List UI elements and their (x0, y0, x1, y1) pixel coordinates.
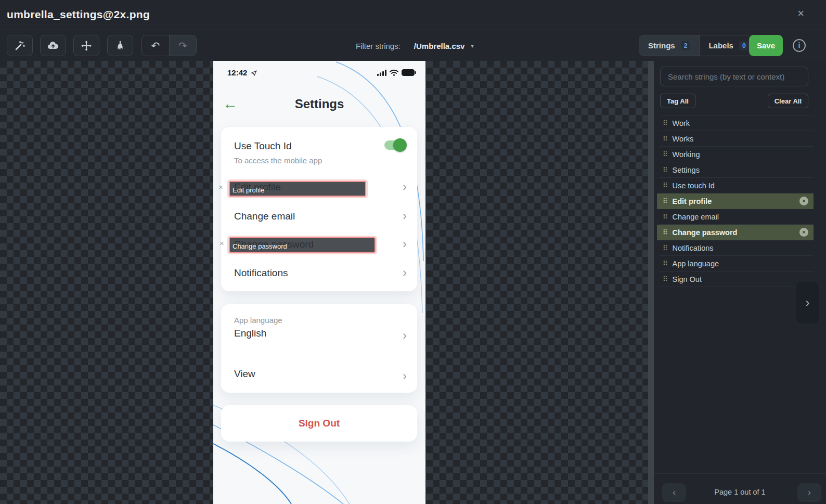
touch-id-title: Use Touch Id (234, 140, 292, 152)
upload-button[interactable] (40, 35, 66, 56)
magic-wand-button[interactable] (7, 35, 33, 56)
chevron-right-icon: › (403, 266, 407, 279)
string-label: Edit profile (673, 197, 712, 205)
move-icon (81, 40, 92, 51)
redo-icon: ↷ (178, 40, 187, 52)
drag-handle-icon[interactable]: ⠿ (663, 260, 668, 267)
string-row-notifications[interactable]: ⠿ Notifications (659, 240, 814, 256)
string-row-work[interactable]: ⠿ Work (659, 115, 814, 131)
collapse-sidebar-button[interactable]: › (796, 282, 819, 324)
filter-file-dropdown[interactable]: /Umbrella.csv ▾ (414, 42, 474, 50)
status-icons (377, 69, 416, 78)
move-button[interactable] (73, 35, 99, 56)
drag-handle-icon[interactable]: ⠿ (663, 119, 668, 127)
tab-strings[interactable]: Strings 2 (639, 35, 699, 56)
string-label: Sign Out (673, 275, 702, 283)
location-arrow-icon (251, 69, 257, 79)
strings-sidebar: Tag All Clear All ⠿ Work ⠿ Works ⠿ Worki… (654, 61, 826, 504)
app-language-label: App language (234, 316, 282, 325)
save-button[interactable]: Save (749, 35, 783, 56)
string-row-app-language[interactable]: ⠿ App language (659, 256, 814, 272)
string-label: Works (673, 135, 694, 143)
redo-button[interactable]: ↷ (169, 35, 196, 56)
tab-labels-label: Labels (708, 41, 733, 50)
phone-screen-title: Settings (213, 97, 425, 111)
chevron-right-icon: › (403, 180, 407, 193)
tag-box-edit-profile[interactable]: Edit profile (229, 181, 366, 197)
drag-handle-icon[interactable]: ⠿ (663, 197, 668, 205)
sign-out-card: Sign Out (221, 405, 417, 442)
caret-down-icon: ▾ (471, 43, 473, 49)
tag-box-change-password[interactable]: Change password (229, 237, 376, 253)
filter-area: Filter strings: /Umbrella.csv ▾ (356, 30, 473, 61)
search-input[interactable] (660, 67, 808, 86)
drag-handle-icon[interactable]: ⠿ (663, 213, 668, 221)
undo-button[interactable]: ↶ (142, 35, 169, 56)
drag-handle-icon[interactable]: ⠿ (663, 150, 668, 158)
clear-all-button[interactable]: Clear All (768, 94, 808, 108)
strings-list: ⠿ Work ⠿ Works ⠿ Working ⠿ Settings ⠿ Us… (659, 115, 814, 287)
string-row-edit-profile[interactable]: ⠿ Edit profile × (657, 193, 814, 209)
row-view: View (234, 368, 255, 380)
close-icon[interactable]: × (797, 8, 804, 19)
string-row-change-email[interactable]: ⠿ Change email (659, 209, 814, 225)
filter-label: Filter strings: (356, 42, 401, 50)
drag-handle-icon[interactable]: ⠿ (663, 166, 668, 174)
string-label: Work (673, 119, 690, 127)
remove-tag-x-icon[interactable]: × (218, 183, 223, 191)
tag-all-button[interactable]: Tag All (660, 94, 695, 108)
row-change-email: Change email (234, 211, 295, 222)
string-label: Notifications (673, 244, 714, 252)
toggle-knob (393, 138, 407, 152)
string-label: App language (673, 260, 719, 268)
canvas-scrollbar[interactable] (648, 61, 654, 504)
drag-handle-icon[interactable]: ⠿ (663, 275, 668, 283)
string-row-change-password[interactable]: ⠿ Change password × (657, 225, 814, 240)
untag-icon[interactable]: × (799, 228, 808, 237)
wifi-icon (390, 69, 398, 78)
security-card: Use Touch Id To access the mobile app Ed… (221, 127, 417, 291)
tag-label: Edit profile (233, 186, 264, 194)
magic-wand-icon (14, 40, 25, 51)
pagination-bar: ‹ Page 1 out of 1 › (654, 473, 826, 504)
strings-labels-tabs: Strings 2 Labels 0 (639, 35, 758, 56)
undo-icon: ↶ (151, 40, 160, 52)
chevron-right-icon: › (403, 370, 407, 382)
drag-handle-icon[interactable]: ⠿ (663, 182, 668, 189)
filter-file-value: /Umbrella.csv (414, 42, 465, 50)
info-icon[interactable]: i (793, 39, 806, 52)
editor-canvas[interactable]: 12:42 ← Settings Use Touch Id To access … (0, 61, 648, 504)
string-row-sign-out[interactable]: ⠿ Sign Out (659, 272, 814, 287)
status-time: 12:42 (227, 68, 247, 77)
cloud-upload-icon (47, 40, 59, 51)
string-label: Change email (673, 213, 719, 221)
chevron-right-icon: › (403, 210, 407, 222)
string-row-working[interactable]: ⠿ Working (659, 147, 814, 162)
string-label: Use touch Id (673, 182, 715, 190)
string-label: Change password (673, 228, 738, 237)
chevron-right-icon: › (403, 329, 407, 342)
signal-icon (377, 69, 386, 78)
string-row-settings[interactable]: ⠿ Settings (659, 162, 814, 178)
sign-out-label: Sign Out (299, 418, 340, 429)
toolbar: ↶ ↷ Filter strings: /Umbrella.csv ▾ Stri… (0, 30, 826, 61)
brush-icon (114, 40, 126, 51)
drag-handle-icon[interactable]: ⠿ (663, 135, 668, 143)
drag-handle-icon[interactable]: ⠿ (663, 228, 668, 236)
remove-tag-x-icon[interactable]: × (220, 239, 224, 248)
phone-screenshot: 12:42 ← Settings Use Touch Id To access … (213, 61, 425, 504)
string-label: Settings (673, 166, 700, 174)
battery-icon (402, 69, 416, 78)
brush-button[interactable] (107, 35, 133, 56)
drag-handle-icon[interactable]: ⠿ (663, 244, 668, 252)
file-title: umbrella_settings@2x.png (7, 8, 150, 21)
string-row-works[interactable]: ⠿ Works (659, 131, 814, 147)
collapse-chevron-icon: › (806, 295, 810, 310)
next-page-button[interactable]: › (797, 483, 821, 502)
string-row-use-touch-id[interactable]: ⠿ Use touch Id (659, 178, 814, 193)
labels-count-badge: 0 (739, 41, 749, 50)
touch-id-subtitle: To access the mobile app (234, 156, 322, 165)
untag-icon[interactable]: × (799, 197, 808, 205)
chevron-right-icon: › (403, 238, 407, 250)
language-card: App language English › View › (221, 304, 417, 393)
